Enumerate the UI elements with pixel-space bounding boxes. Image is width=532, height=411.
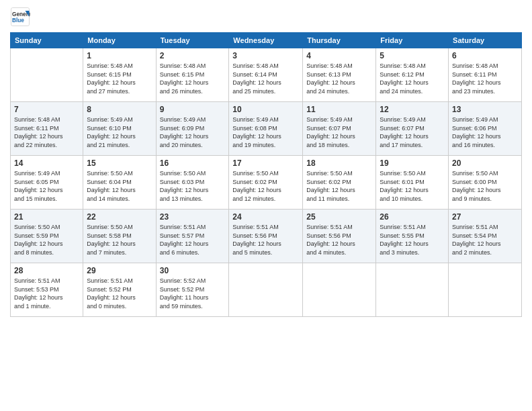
day-number: 1 bbox=[87, 51, 152, 60]
calendar-cell bbox=[376, 263, 449, 317]
day-info: Sunrise: 5:51 AM Sunset: 5:54 PM Dayligh… bbox=[452, 223, 518, 257]
day-number: 29 bbox=[87, 266, 152, 275]
day-number: 2 bbox=[160, 51, 226, 60]
day-number: 20 bbox=[452, 158, 518, 168]
day-number: 15 bbox=[87, 158, 152, 168]
day-info: Sunrise: 5:49 AM Sunset: 6:09 PM Dayligh… bbox=[160, 116, 226, 149]
day-number: 19 bbox=[380, 158, 445, 168]
day-number: 17 bbox=[232, 158, 299, 168]
calendar-cell: 15Sunrise: 5:50 AM Sunset: 6:04 PM Dayli… bbox=[83, 156, 156, 210]
day-info: Sunrise: 5:48 AM Sunset: 6:14 PM Dayligh… bbox=[232, 62, 299, 95]
day-number: 16 bbox=[160, 158, 226, 168]
calendar-cell bbox=[303, 263, 376, 317]
calendar-cell: 25Sunrise: 5:51 AM Sunset: 5:56 PM Dayli… bbox=[303, 210, 376, 263]
day-info: Sunrise: 5:48 AM Sunset: 6:13 PM Dayligh… bbox=[306, 62, 372, 95]
day-number: 14 bbox=[14, 158, 79, 168]
day-number: 5 bbox=[380, 51, 445, 60]
calendar-cell: 4Sunrise: 5:48 AM Sunset: 6:13 PM Daylig… bbox=[303, 48, 376, 102]
day-info: Sunrise: 5:50 AM Sunset: 6:04 PM Dayligh… bbox=[87, 169, 152, 203]
calendar-cell: 30Sunrise: 5:52 AM Sunset: 5:52 PM Dayli… bbox=[156, 263, 229, 317]
calendar-cell: 26Sunrise: 5:51 AM Sunset: 5:55 PM Dayli… bbox=[376, 210, 449, 263]
day-info: Sunrise: 5:48 AM Sunset: 6:15 PM Dayligh… bbox=[160, 62, 226, 95]
weekday-header-saturday: Saturday bbox=[449, 33, 522, 48]
day-info: Sunrise: 5:49 AM Sunset: 6:07 PM Dayligh… bbox=[306, 116, 372, 149]
day-info: Sunrise: 5:49 AM Sunset: 6:07 PM Dayligh… bbox=[380, 116, 445, 149]
day-number: 21 bbox=[14, 212, 79, 222]
calendar-cell: 10Sunrise: 5:49 AM Sunset: 6:08 PM Dayli… bbox=[229, 102, 303, 156]
calendar-cell: 17Sunrise: 5:50 AM Sunset: 6:02 PM Dayli… bbox=[229, 156, 303, 210]
day-info: Sunrise: 5:50 AM Sunset: 6:03 PM Dayligh… bbox=[160, 169, 226, 203]
day-info: Sunrise: 5:50 AM Sunset: 6:02 PM Dayligh… bbox=[306, 169, 372, 203]
day-number: 8 bbox=[87, 105, 152, 114]
weekday-header-sunday: Sunday bbox=[11, 33, 83, 48]
logo-icon: General Blue bbox=[10, 7, 30, 27]
day-number: 4 bbox=[306, 51, 372, 60]
day-info: Sunrise: 5:49 AM Sunset: 6:05 PM Dayligh… bbox=[14, 169, 79, 203]
calendar-cell: 16Sunrise: 5:50 AM Sunset: 6:03 PM Dayli… bbox=[156, 156, 229, 210]
day-info: Sunrise: 5:51 AM Sunset: 5:55 PM Dayligh… bbox=[380, 223, 445, 257]
day-info: Sunrise: 5:49 AM Sunset: 6:06 PM Dayligh… bbox=[452, 116, 518, 149]
calendar-cell: 27Sunrise: 5:51 AM Sunset: 5:54 PM Dayli… bbox=[449, 210, 522, 263]
day-number: 10 bbox=[232, 105, 299, 114]
calendar-table: SundayMondayTuesdayWednesdayThursdayFrid… bbox=[10, 32, 522, 317]
day-info: Sunrise: 5:52 AM Sunset: 5:52 PM Dayligh… bbox=[160, 277, 226, 310]
day-number: 22 bbox=[87, 212, 152, 222]
day-info: Sunrise: 5:50 AM Sunset: 6:02 PM Dayligh… bbox=[232, 169, 299, 203]
calendar-cell: 22Sunrise: 5:50 AM Sunset: 5:58 PM Dayli… bbox=[83, 210, 156, 263]
weekday-header-wednesday: Wednesday bbox=[229, 33, 303, 48]
page: General Blue SundayMondayTuesdayWednesda… bbox=[0, 0, 532, 411]
day-info: Sunrise: 5:48 AM Sunset: 6:11 PM Dayligh… bbox=[452, 62, 518, 95]
calendar-cell: 1Sunrise: 5:48 AM Sunset: 6:15 PM Daylig… bbox=[83, 48, 156, 102]
day-number: 28 bbox=[14, 266, 79, 275]
calendar-cell: 24Sunrise: 5:51 AM Sunset: 5:56 PM Dayli… bbox=[229, 210, 303, 263]
day-info: Sunrise: 5:50 AM Sunset: 5:59 PM Dayligh… bbox=[14, 223, 79, 257]
calendar-cell: 28Sunrise: 5:51 AM Sunset: 5:53 PM Dayli… bbox=[11, 263, 83, 317]
calendar-cell: 29Sunrise: 5:51 AM Sunset: 5:52 PM Dayli… bbox=[83, 263, 156, 317]
day-number: 24 bbox=[232, 212, 299, 222]
calendar-cell: 2Sunrise: 5:48 AM Sunset: 6:15 PM Daylig… bbox=[156, 48, 229, 102]
day-number: 30 bbox=[160, 266, 226, 275]
day-info: Sunrise: 5:51 AM Sunset: 5:52 PM Dayligh… bbox=[87, 277, 152, 310]
day-info: Sunrise: 5:51 AM Sunset: 5:53 PM Dayligh… bbox=[14, 277, 79, 310]
calendar-week-2: 7Sunrise: 5:48 AM Sunset: 6:11 PM Daylig… bbox=[11, 102, 522, 156]
calendar-cell: 19Sunrise: 5:50 AM Sunset: 6:01 PM Dayli… bbox=[376, 156, 449, 210]
calendar-cell: 14Sunrise: 5:49 AM Sunset: 6:05 PM Dayli… bbox=[11, 156, 83, 210]
day-info: Sunrise: 5:49 AM Sunset: 6:10 PM Dayligh… bbox=[87, 116, 152, 149]
calendar-cell: 3Sunrise: 5:48 AM Sunset: 6:14 PM Daylig… bbox=[229, 48, 303, 102]
calendar-cell bbox=[229, 263, 303, 317]
calendar-cell: 11Sunrise: 5:49 AM Sunset: 6:07 PM Dayli… bbox=[303, 102, 376, 156]
day-info: Sunrise: 5:51 AM Sunset: 5:57 PM Dayligh… bbox=[160, 223, 226, 257]
day-number: 26 bbox=[380, 212, 445, 222]
day-info: Sunrise: 5:50 AM Sunset: 6:00 PM Dayligh… bbox=[452, 169, 518, 203]
calendar-cell: 5Sunrise: 5:48 AM Sunset: 6:12 PM Daylig… bbox=[376, 48, 449, 102]
calendar-cell: 9Sunrise: 5:49 AM Sunset: 6:09 PM Daylig… bbox=[156, 102, 229, 156]
header: General Blue bbox=[10, 7, 522, 27]
calendar-cell: 13Sunrise: 5:49 AM Sunset: 6:06 PM Dayli… bbox=[449, 102, 522, 156]
day-number: 25 bbox=[306, 212, 372, 222]
calendar-week-1: 1Sunrise: 5:48 AM Sunset: 6:15 PM Daylig… bbox=[11, 48, 522, 102]
day-number: 11 bbox=[306, 105, 372, 114]
calendar-cell: 7Sunrise: 5:48 AM Sunset: 6:11 PM Daylig… bbox=[11, 102, 83, 156]
calendar-cell: 8Sunrise: 5:49 AM Sunset: 6:10 PM Daylig… bbox=[83, 102, 156, 156]
day-number: 3 bbox=[232, 51, 299, 60]
day-info: Sunrise: 5:48 AM Sunset: 6:11 PM Dayligh… bbox=[14, 116, 79, 149]
day-info: Sunrise: 5:50 AM Sunset: 6:01 PM Dayligh… bbox=[380, 169, 445, 203]
day-info: Sunrise: 5:51 AM Sunset: 5:56 PM Dayligh… bbox=[306, 223, 372, 257]
calendar-week-4: 21Sunrise: 5:50 AM Sunset: 5:59 PM Dayli… bbox=[11, 210, 522, 263]
day-number: 12 bbox=[380, 105, 445, 114]
svg-text:Blue: Blue bbox=[12, 17, 24, 24]
day-number: 9 bbox=[160, 105, 226, 114]
calendar-cell: 12Sunrise: 5:49 AM Sunset: 6:07 PM Dayli… bbox=[376, 102, 449, 156]
day-info: Sunrise: 5:51 AM Sunset: 5:56 PM Dayligh… bbox=[232, 223, 299, 257]
day-number: 7 bbox=[14, 105, 79, 114]
day-number: 18 bbox=[306, 158, 372, 168]
weekday-header-monday: Monday bbox=[83, 33, 156, 48]
day-number: 27 bbox=[452, 212, 518, 222]
calendar-cell: 20Sunrise: 5:50 AM Sunset: 6:00 PM Dayli… bbox=[449, 156, 522, 210]
day-info: Sunrise: 5:49 AM Sunset: 6:08 PM Dayligh… bbox=[232, 116, 299, 149]
logo: General Blue bbox=[10, 7, 30, 27]
calendar-cell bbox=[449, 263, 522, 317]
day-info: Sunrise: 5:50 AM Sunset: 5:58 PM Dayligh… bbox=[87, 223, 152, 257]
calendar-cell bbox=[11, 48, 83, 102]
day-number: 13 bbox=[452, 105, 518, 114]
